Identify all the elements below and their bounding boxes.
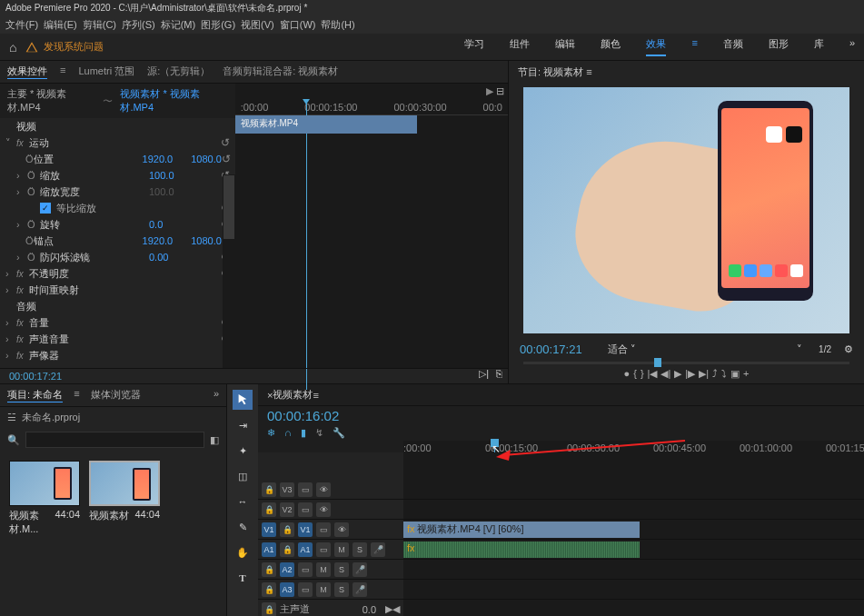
solo-button[interactable]: S — [334, 582, 349, 597]
extract-icon[interactable]: ⤵ — [721, 368, 727, 380]
timeline-ruler[interactable]: :00:00 00:00:15:00 00:00:30:00 00:00:45:… — [403, 441, 864, 452]
keyframe-ruler[interactable]: :00:00 00:00:15:00 00:00:30:00 00:0 — [235, 99, 508, 115]
ws-color[interactable]: 颜色 — [601, 37, 621, 56]
export-frame-icon[interactable]: ▣ — [730, 368, 740, 380]
lift-icon[interactable]: ⤴ — [712, 368, 718, 380]
home-icon[interactable]: ⌂ — [9, 40, 16, 55]
fx-icon[interactable]: fx — [16, 351, 29, 361]
toggle-output-icon[interactable]: ▭ — [298, 482, 313, 497]
scale-value[interactable]: 100.0 — [149, 170, 174, 181]
vertical-scrollbar[interactable] — [223, 174, 235, 368]
prop-opacity[interactable]: 不透明度 — [29, 267, 138, 281]
play-icon[interactable]: ▶ — [674, 368, 681, 380]
button-editor-icon[interactable]: + — [743, 368, 749, 380]
stopwatch-icon[interactable]: Ö — [25, 235, 34, 246]
lock-icon[interactable]: 🔒 — [262, 582, 276, 597]
solo-button[interactable]: S — [353, 542, 367, 557]
filter-icon[interactable]: ◧ — [210, 434, 219, 446]
stopwatch-icon[interactable]: Ö — [25, 154, 34, 164]
source-timecode[interactable]: 00:00:17:21 — [9, 371, 62, 382]
ws-effects[interactable]: 效果 — [646, 37, 666, 56]
mic-icon[interactable]: 🎤 — [353, 562, 367, 577]
ws-graphics[interactable]: 图形 — [769, 37, 789, 56]
bin-icon[interactable]: ☱ — [7, 412, 16, 423]
search-input[interactable] — [25, 432, 204, 448]
lock-icon[interactable]: 🔒 — [262, 562, 276, 577]
type-tool-icon[interactable]: T — [233, 568, 253, 588]
menu-clip[interactable]: 剪辑(C) — [83, 18, 116, 32]
anchor-x[interactable]: 1920.0 — [143, 235, 174, 246]
toggle-output-icon[interactable]: ▭ — [298, 582, 313, 597]
stopwatch-icon[interactable]: Ö — [27, 170, 40, 181]
pen-tool-icon[interactable]: ✎ — [233, 517, 253, 537]
ws-assembly[interactable]: 组件 — [510, 37, 530, 56]
menu-sequence[interactable]: 序列(S) — [122, 18, 155, 32]
ws-audio[interactable]: 音频 — [723, 37, 743, 56]
position-x[interactable]: 1920.0 — [143, 154, 174, 164]
fx-icon[interactable]: fx — [16, 269, 29, 279]
program-scrubber[interactable] — [523, 362, 849, 364]
track-v3[interactable]: V3 — [280, 482, 294, 497]
fx-icon[interactable]: fx — [16, 138, 29, 148]
lock-icon[interactable]: 🔒 — [262, 602, 276, 617]
mute-button[interactable]: M — [316, 562, 331, 577]
eye-icon[interactable]: 👁 — [316, 502, 331, 517]
overflow-icon[interactable]: » — [214, 388, 219, 402]
rotation-value[interactable]: 0.0 — [149, 219, 163, 230]
slip-tool-icon[interactable]: ↔ — [233, 492, 253, 512]
clip-duration-bar[interactable]: 视频素材.MP4 — [235, 115, 417, 134]
lock-icon[interactable]: 🔒 — [280, 542, 294, 557]
sub-clip-link[interactable]: 视频素材 * 视频素材.MP4 — [120, 87, 227, 114]
position-y[interactable]: 1080.0 — [191, 154, 222, 164]
settings-icon[interactable]: ⚙ — [844, 343, 853, 355]
play-icon[interactable]: ▶ — [486, 85, 493, 97]
track-v1[interactable]: V1 — [298, 522, 313, 537]
toggle-output-icon[interactable]: ▭ — [316, 522, 331, 537]
menu-view[interactable]: 视图(V) — [241, 18, 274, 32]
reset-icon[interactable]: ↺ — [221, 136, 230, 149]
resolution-dropdown[interactable]: ˅ — [797, 343, 802, 355]
loop-icon[interactable]: ▷| — [479, 368, 489, 380]
stopwatch-icon[interactable]: Ö — [27, 252, 40, 263]
hand-tool-icon[interactable]: ✋ — [233, 542, 253, 562]
menu-edit[interactable]: 编辑(E) — [44, 18, 77, 32]
lock-icon[interactable]: 🔒 — [262, 502, 276, 517]
track-a3[interactable]: A3 — [280, 582, 294, 597]
tab-project[interactable]: 项目: 未命名 — [7, 388, 63, 402]
fx-icon[interactable]: fx — [16, 285, 29, 295]
program-monitor[interactable] — [523, 87, 849, 333]
prop-volume[interactable]: 音量 — [29, 316, 138, 330]
source-a1[interactable]: A1 — [262, 542, 276, 557]
audio-clip[interactable]: fx — [403, 541, 640, 558]
menu-window[interactable]: 窗口(W) — [280, 18, 316, 32]
step-forward-icon[interactable]: |▶ — [685, 368, 695, 380]
tab-media-browser[interactable]: 媒体浏览器 — [91, 388, 141, 402]
toggle-output-icon[interactable]: ▭ — [316, 542, 331, 557]
prop-panner[interactable]: 声像器 — [29, 349, 138, 363]
stopwatch-icon[interactable]: Ö — [27, 219, 40, 230]
system-warning[interactable]: 发现系统问题 — [25, 40, 104, 54]
video-clip[interactable]: fx 视频素材.MP4 [V] [60%] — [403, 522, 640, 538]
panel-menu-icon[interactable]: ⊟ — [496, 85, 504, 97]
menu-file[interactable]: 文件(F) — [5, 18, 38, 32]
lock-icon[interactable]: 🔒 — [280, 522, 294, 537]
track-v2[interactable]: V2 — [280, 502, 294, 517]
tab-source-none[interactable]: 源:（无剪辑） — [147, 65, 210, 79]
program-timecode[interactable]: 00:00:17:21 — [520, 343, 582, 356]
selection-tool-icon[interactable] — [233, 390, 253, 410]
ws-overflow-icon[interactable]: » — [849, 37, 855, 56]
tab-lumetri-scopes[interactable]: Lumetri 范围 — [78, 65, 134, 79]
tab-audio-clip-mixer[interactable]: 音频剪辑混合器: 视频素材 — [223, 65, 338, 79]
mute-button[interactable]: M — [334, 542, 349, 557]
ws-effects-menu-icon[interactable]: ≡ — [691, 37, 697, 56]
track-content-area[interactable]: fx 视频素材.MP4 [V] [60%] fx — [403, 452, 864, 616]
prop-motion[interactable]: 运动 — [29, 136, 138, 150]
mic-icon[interactable]: 🎤 — [353, 582, 367, 597]
fx-icon[interactable]: fx — [16, 318, 29, 328]
reset-icon[interactable]: ↺ — [222, 153, 231, 165]
mute-button[interactable]: M — [316, 582, 331, 597]
uniform-scale-checkbox[interactable]: ✓ — [40, 203, 51, 214]
timeline-timecode[interactable]: 00:00:16:02 — [258, 406, 864, 425]
source-v1[interactable]: V1 — [262, 522, 276, 537]
go-to-out-icon[interactable]: ▶| — [699, 368, 709, 380]
